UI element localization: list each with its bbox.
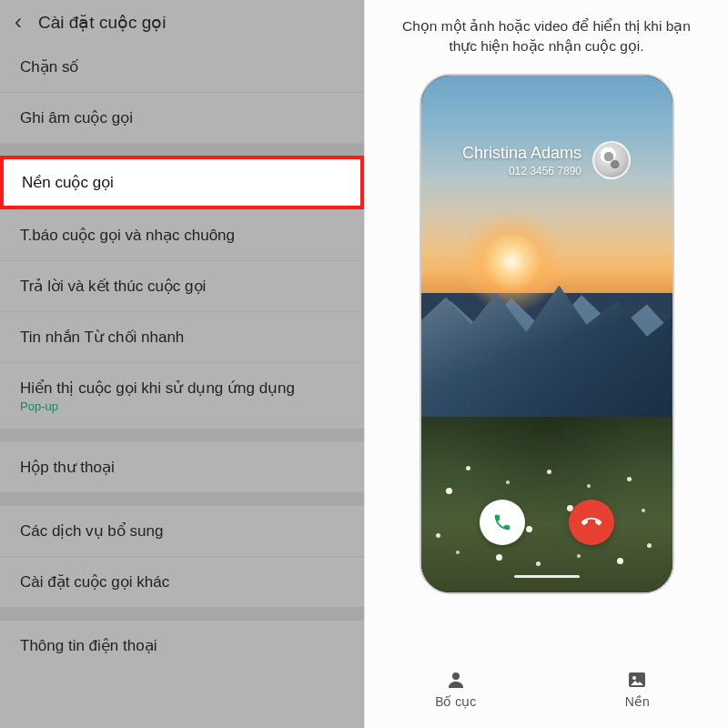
settings-header: ‹ Cài đặt cuộc gọi bbox=[0, 0, 364, 42]
settings-item-voicemail[interactable]: Hộp thư thoại bbox=[0, 441, 364, 492]
settings-item-label: Tin nhắn Từ chối nhanh bbox=[20, 329, 184, 346]
settings-item-label: Ghi âm cuộc gọi bbox=[20, 109, 133, 126]
bottom-tabs: Bố cục Nền bbox=[365, 650, 728, 728]
settings-item-answer-end[interactable]: Trả lời và kết thúc cuộc gọi bbox=[0, 260, 364, 311]
settings-item-phone-info[interactable]: Thông tin điện thoại bbox=[0, 620, 364, 671]
settings-item-sublabel: Pop-up bbox=[20, 399, 344, 413]
settings-item-call-background[interactable]: Nền cuộc gọi bbox=[0, 156, 364, 209]
settings-item-label: Trả lời và kết thúc cuộc gọi bbox=[20, 278, 206, 295]
tab-label: Bố cục bbox=[435, 694, 476, 709]
caller-number: 012 3456 7890 bbox=[462, 165, 581, 177]
phone-decline-icon bbox=[577, 509, 605, 537]
settings-item-label: Nền cuộc gọi bbox=[22, 174, 114, 191]
decline-call-button[interactable] bbox=[569, 500, 614, 545]
layout-icon bbox=[445, 669, 467, 691]
settings-item-alerts-ringtones[interactable]: T.báo cuộc gọi và nhạc chuông bbox=[0, 209, 364, 260]
avatar bbox=[592, 141, 631, 179]
tab-label: Nền bbox=[625, 694, 650, 709]
settings-item-block-numbers[interactable]: Chặn số bbox=[0, 42, 364, 92]
panel-description: Chọn một ảnh hoặc video để hiển thị khi … bbox=[365, 0, 728, 65]
settings-item-label: Thông tin điện thoại bbox=[20, 637, 157, 654]
caller-info: Christina Adams 012 3456 7890 bbox=[421, 141, 672, 179]
phone-accept-icon bbox=[492, 512, 512, 532]
home-indicator bbox=[514, 575, 580, 578]
caller-name: Christina Adams bbox=[462, 144, 581, 163]
settings-item-supplementary-services[interactable]: Các dịch vụ bổ sung bbox=[0, 505, 364, 556]
settings-item-label: Hộp thư thoại bbox=[20, 459, 115, 476]
image-icon bbox=[626, 669, 648, 691]
settings-list: Chặn số Ghi âm cuộc gọi Nền cuộc gọi T.b… bbox=[0, 42, 364, 671]
settings-item-label: Các dịch vụ bổ sung bbox=[20, 522, 163, 540]
accept-call-button[interactable] bbox=[480, 500, 525, 545]
group-divider bbox=[0, 492, 364, 505]
settings-item-other-call-settings[interactable]: Cài đặt cuộc gọi khác bbox=[0, 556, 364, 607]
group-divider bbox=[0, 143, 364, 156]
preview-meadow bbox=[421, 417, 672, 592]
group-divider bbox=[0, 607, 364, 620]
settings-item-call-recording[interactable]: Ghi âm cuộc gọi bbox=[0, 92, 364, 143]
settings-item-label: Chặn số bbox=[20, 58, 78, 76]
back-icon[interactable]: ‹ bbox=[15, 11, 22, 33]
settings-item-label: Hiển thị cuộc gọi khi sử dụng ứng dụng bbox=[20, 379, 295, 397]
settings-item-quick-decline[interactable]: Tin nhắn Từ chối nhanh bbox=[0, 311, 364, 362]
settings-item-label: Cài đặt cuộc gọi khác bbox=[20, 573, 169, 591]
settings-panel: ‹ Cài đặt cuộc gọi Chặn số Ghi âm cuộc g… bbox=[0, 0, 364, 728]
settings-item-label: T.báo cuộc gọi và nhạc chuông bbox=[20, 227, 235, 244]
call-background-panel: Chọn một ảnh hoặc video để hiển thị khi … bbox=[364, 0, 728, 728]
tab-background[interactable]: Nền bbox=[547, 650, 729, 728]
settings-item-call-display-in-apps[interactable]: Hiển thị cuộc gọi khi sử dụng ứng dụng P… bbox=[0, 362, 364, 429]
call-background-preview[interactable]: Christina Adams 012 3456 7890 bbox=[420, 74, 674, 594]
tab-layout[interactable]: Bố cục bbox=[365, 650, 547, 728]
svg-point-2 bbox=[632, 676, 636, 680]
page-title: Cài đặt cuộc gọi bbox=[38, 12, 167, 33]
group-divider bbox=[0, 429, 364, 441]
svg-point-0 bbox=[452, 672, 460, 680]
